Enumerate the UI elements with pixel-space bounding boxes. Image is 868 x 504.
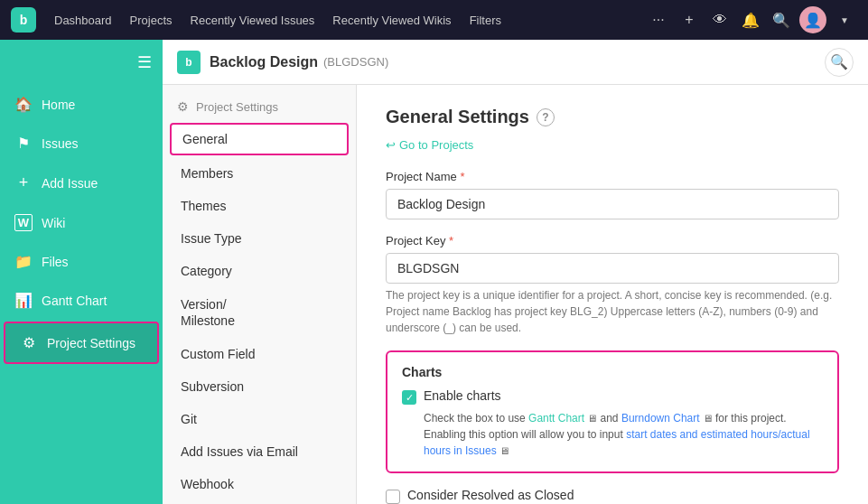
submenu-item-members[interactable]: Members (163, 157, 356, 190)
more-icon[interactable]: ··· (646, 7, 671, 33)
gantt-icon: 📊 (14, 292, 33, 309)
project-key-input[interactable] (386, 253, 839, 284)
required-star: * (460, 170, 464, 183)
nav-filters[interactable]: Filters (462, 10, 509, 31)
settings-submenu-title: Project Settings (196, 100, 278, 114)
enable-charts-checkbox[interactable]: ✓ (402, 390, 416, 405)
files-icon: 📁 (14, 253, 33, 270)
sidebar-item-project-settings-label: Project Settings (47, 336, 135, 350)
submenu-item-issue-type[interactable]: Issue Type (163, 222, 356, 255)
gear-icon: ⚙ (177, 99, 189, 114)
general-settings-title: General Settings ? (386, 107, 839, 127)
consider-resolved-label: Consider Resolved as Closed (407, 488, 574, 502)
content-wrapper: ⚙ Project Settings General Members Theme… (163, 85, 868, 504)
consider-resolved-checkbox[interactable] (386, 490, 400, 504)
submenu-item-themes[interactable]: Themes (163, 190, 356, 222)
nav-recently-viewed-wikis[interactable]: Recently Viewed Wikis (325, 10, 458, 31)
consider-resolved-row: Consider Resolved as Closed (386, 488, 839, 504)
submenu-item-general[interactable]: General (170, 123, 349, 155)
project-name-input[interactable] (386, 189, 839, 219)
submenu-item-git[interactable]: Git (163, 403, 356, 435)
sidebar-item-wiki[interactable]: W Wiki (0, 203, 163, 242)
watch-icon[interactable]: 👁 (707, 7, 733, 33)
sidebar-item-gantt-chart[interactable]: 📊 Gantt Chart (0, 281, 163, 320)
settings-submenu-header: ⚙ Project Settings (163, 85, 356, 121)
top-navigation: b Dashboard Projects Recently Viewed Iss… (0, 0, 868, 40)
sidebar-header: ☰ (0, 40, 163, 85)
charts-section-title: Charts (402, 365, 823, 379)
project-logo: b (177, 51, 201, 74)
sidebar-item-files[interactable]: 📁 Files (0, 242, 163, 281)
top-nav-icons: ··· + 👁 🔔 🔍 👤 ▼ (646, 6, 857, 33)
sidebar-item-issues[interactable]: ⚑ Issues (0, 124, 163, 163)
nav-dashboard[interactable]: Dashboard (47, 10, 119, 31)
charts-hint: Check the box to use Gantt Chart 🖥 and B… (424, 410, 823, 459)
add-issue-icon: + (14, 173, 33, 192)
project-name-label: Project Name * (386, 170, 839, 183)
sidebar-item-home-label: Home (42, 98, 75, 112)
search-icon[interactable]: 🔍 (769, 7, 794, 33)
required-star-key: * (449, 234, 453, 247)
submenu-item-add-issues-email[interactable]: Add Issues via Email (163, 435, 356, 468)
gantt-chart-link[interactable]: Gantt Chart (528, 412, 584, 425)
help-icon[interactable]: ? (537, 108, 555, 126)
sidebar-item-add-issue-label: Add Issue (42, 176, 98, 191)
project-title: Backlog Design (210, 54, 318, 70)
issues-icon: ⚑ (14, 135, 33, 152)
nav-recently-viewed-issues[interactable]: Recently Viewed Issues (183, 10, 322, 31)
add-icon[interactable]: + (677, 7, 702, 33)
charts-section: Charts ✓ Enable charts Check the box to … (386, 350, 839, 473)
goto-projects-link[interactable]: ↩ Go to Projects (386, 138, 839, 152)
project-key: (BLGDSGN) (323, 55, 388, 69)
sidebar: ☰ 🏠 Home ⚑ Issues + Add Issue W Wiki 📁 F… (0, 40, 163, 504)
sidebar-item-project-settings[interactable]: ⚙ Project Settings (4, 322, 159, 364)
nav-projects[interactable]: Projects (123, 10, 180, 31)
app-logo[interactable]: b (11, 7, 36, 33)
sidebar-item-files-label: Files (42, 255, 69, 269)
hamburger-icon[interactable]: ☰ (137, 52, 152, 72)
project-header: b Backlog Design (BLGDSGN) 🔍 (163, 40, 868, 85)
enable-charts-row: ✓ Enable charts (402, 388, 823, 405)
notification-icon[interactable]: 🔔 (738, 7, 763, 33)
project-search-button[interactable]: 🔍 (825, 48, 854, 77)
chevron-down-icon[interactable]: ▼ (832, 7, 857, 33)
submenu-item-webhook[interactable]: Webhook (163, 468, 356, 500)
sidebar-item-add-issue[interactable]: + Add Issue (0, 163, 163, 203)
sidebar-item-home[interactable]: 🏠 Home (0, 85, 163, 124)
main-settings-content: General Settings ? ↩ Go to Projects Proj… (357, 85, 868, 504)
sidebar-item-issues-label: Issues (42, 136, 78, 151)
home-icon: 🏠 (14, 96, 33, 113)
consider-resolved-section: Consider Resolved as Closed Check the bo… (386, 488, 839, 504)
settings-submenu: ⚙ Project Settings General Members Theme… (163, 85, 357, 504)
submenu-item-custom-field[interactable]: Custom Field (163, 338, 356, 370)
user-avatar[interactable]: 👤 (799, 6, 826, 33)
wiki-icon: W (14, 214, 33, 231)
main-layout: ☰ 🏠 Home ⚑ Issues + Add Issue W Wiki 📁 F… (0, 40, 868, 504)
enable-charts-label: Enable charts (424, 388, 501, 403)
sidebar-item-wiki-label: Wiki (42, 216, 65, 230)
burndown-chart-link[interactable]: Burndown Chart (621, 412, 700, 425)
project-key-hint: The project key is a unique identifier f… (386, 287, 839, 336)
submenu-item-subversion[interactable]: Subversion (163, 370, 356, 403)
submenu-item-category[interactable]: Category (163, 255, 356, 287)
project-key-label: Project Key * (386, 234, 839, 247)
submenu-item-version-milestone[interactable]: Version/Milestone (163, 287, 356, 338)
sidebar-item-gantt-label: Gantt Chart (42, 294, 107, 308)
project-settings-icon: ⚙ (20, 334, 38, 351)
